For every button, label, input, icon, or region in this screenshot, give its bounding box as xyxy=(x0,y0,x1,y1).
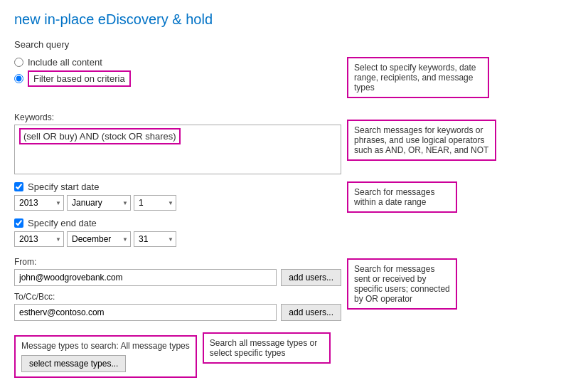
select-message-types-button[interactable]: select message types... xyxy=(21,355,126,372)
keywords-callout-wrapper: Search messages for keywords or phrases,… xyxy=(347,107,496,167)
message-types-left: Message types to search: All message typ… xyxy=(14,329,197,378)
from-label: From: xyxy=(14,257,341,267)
include-all-radio-row: Include all content xyxy=(14,57,341,68)
to-cc-bcc-input[interactable] xyxy=(14,304,277,321)
start-date-checkbox-row: Specify start date xyxy=(14,181,341,192)
page-title: new in-place eDiscovery & hold xyxy=(14,11,574,28)
date-callout-wrapper: Search for messages within a date range xyxy=(347,174,457,218)
message-types-callout-box: Search all message types or select speci… xyxy=(203,332,331,364)
msg-types-current-value: All message types xyxy=(120,341,189,351)
keywords-callout-box: Search messages for keywords or phrases,… xyxy=(347,120,496,161)
end-year-wrapper: 201020112012201320142015 xyxy=(14,231,64,247)
date-section: Specify start date 2013 2010201120122013… xyxy=(14,174,574,251)
end-year-select[interactable]: 201020112012201320142015 xyxy=(14,231,64,247)
start-date-checkbox[interactable] xyxy=(14,182,23,191)
end-date-label[interactable]: Specify end date xyxy=(28,218,97,228)
from-input[interactable] xyxy=(14,269,277,286)
to-cc-bcc-add-users-button[interactable]: add users... xyxy=(281,304,341,321)
filter-based-radio[interactable] xyxy=(14,74,23,83)
start-date-row: 2013 201020112012201320142015 JanuaryFeb… xyxy=(14,195,341,211)
message-types-callout-wrapper: Search all message types or select speci… xyxy=(203,329,331,369)
to-cc-bcc-label: To/Cc/Bcc: xyxy=(14,292,341,302)
end-month-select[interactable]: JanuaryFebruaryMarchAprilMayJuneJulyAugu… xyxy=(67,231,131,247)
end-date-checkbox[interactable] xyxy=(14,218,23,228)
users-callout-wrapper: Search for messages sent or received by … xyxy=(347,251,457,315)
start-day-wrapper: 12351015202528293031 xyxy=(134,195,176,211)
start-year-select[interactable]: 2013 201020112012201320142015 xyxy=(14,195,64,211)
start-year-wrapper: 2013 201020112012201320142015 xyxy=(14,195,64,211)
keywords-label: Keywords: xyxy=(14,112,341,122)
keywords-section: Keywords: (sell OR buy) AND (stock OR sh… xyxy=(14,107,574,174)
filter-callout-box: Select to specify keywords, date range, … xyxy=(347,57,489,98)
end-day-wrapper: 12351015202528293031 xyxy=(134,231,176,247)
start-date-label[interactable]: Specify start date xyxy=(28,181,99,192)
start-month-wrapper: JanuaryFebruaryMarchAprilMayJuneJulyAugu… xyxy=(67,195,131,211)
date-callout-box: Search for messages within a date range xyxy=(347,181,457,213)
from-add-users-button[interactable]: add users... xyxy=(281,269,341,286)
end-date-row: 201020112012201320142015 JanuaryFebruary… xyxy=(14,231,341,247)
msg-types-label-text: Message types to search: xyxy=(21,341,119,351)
users-callout-box: Search for messages sent or received by … xyxy=(347,258,457,310)
keywords-box: (sell OR buy) AND (stock OR shares) xyxy=(14,125,341,174)
to-cc-bcc-row: add users... xyxy=(14,304,341,321)
end-day-select[interactable]: 12351015202528293031 xyxy=(134,231,176,247)
keywords-value: (sell OR buy) AND (stock OR shares) xyxy=(19,128,181,144)
include-all-label[interactable]: Include all content xyxy=(28,57,102,68)
users-section: From: add users... To/Cc/Bcc: add users.… xyxy=(14,251,574,324)
start-month-select[interactable]: JanuaryFebruaryMarchAprilMayJuneJulyAugu… xyxy=(67,195,131,211)
include-all-radio[interactable] xyxy=(14,58,23,67)
filter-callout: Select to specify keywords, date range, … xyxy=(347,57,489,104)
start-day-select[interactable]: 12351015202528293031 xyxy=(134,195,176,211)
filter-radio-row: Filter based on criteria xyxy=(14,70,341,87)
filter-based-highlight: Filter based on criteria xyxy=(28,70,131,87)
end-month-wrapper: JanuaryFebruaryMarchAprilMayJuneJulyAugu… xyxy=(67,231,131,247)
message-types-box: Message types to search: All message typ… xyxy=(14,335,197,378)
search-query-label: Search query xyxy=(14,39,574,50)
filter-based-label[interactable]: Filter based on criteria xyxy=(33,73,125,84)
from-row: add users... xyxy=(14,269,341,286)
message-types-section: Message types to search: All message typ… xyxy=(14,329,574,378)
message-types-label: Message types to search: All message typ… xyxy=(21,341,190,351)
end-date-checkbox-row: Specify end date xyxy=(14,218,341,228)
